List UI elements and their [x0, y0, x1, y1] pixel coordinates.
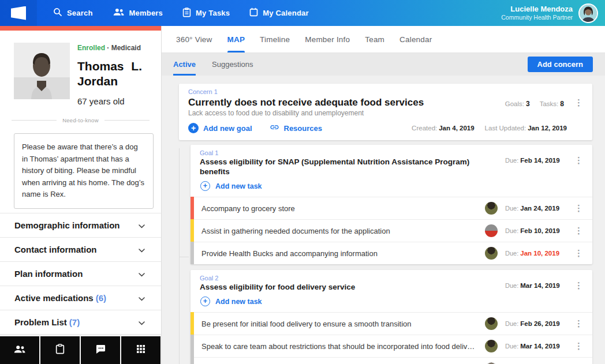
concern-stats: Goals:3 Tasks:8 [505, 100, 564, 108]
concern-menu-icon[interactable]: ⋮ [574, 99, 583, 107]
patient-sidebar: Enrolled · Medicaid Thomas L. Jordan 67 … [0, 26, 162, 364]
resources-button[interactable]: Resources [270, 122, 322, 134]
nav-item-my-tasks[interactable]: My Tasks [182, 7, 230, 19]
task-row[interactable]: Accompany to grocery store Due:Jan 24, 2… [191, 197, 592, 219]
search-icon [53, 7, 62, 18]
goal-title: Assess eligibility for food delivery ser… [200, 282, 505, 292]
task-status-strip [191, 335, 194, 357]
patient-header: Enrolled · Medicaid Thomas L. Jordan 67 … [14, 43, 148, 106]
plus-circle-outline-icon: + [200, 297, 210, 306]
tab-calendar[interactable]: Calendar [399, 26, 432, 52]
members-icon [113, 8, 125, 18]
goal-menu-icon[interactable]: ⋮ [574, 282, 583, 290]
toolbar-members-button[interactable] [0, 336, 39, 364]
medications-count: (6) [96, 293, 106, 303]
task-due-date: Due:Feb 26, 2019 [505, 320, 564, 327]
add-new-task-button[interactable]: + Add new task [200, 181, 583, 191]
goal-menu-icon[interactable]: ⋮ [574, 156, 583, 164]
main-panel: 360° View MAP Timeline Member Info Team … [162, 26, 605, 364]
tab-team[interactable]: Team [365, 26, 384, 52]
chevron-down-icon [139, 220, 145, 231]
task-status-strip [191, 312, 194, 335]
patient-photo [14, 43, 70, 99]
concern-dates: Created:Jan 4, 2019 Last Updated:Jan 12,… [412, 125, 567, 132]
sidebar-item-active-medications[interactable]: Active medications(6) [0, 286, 161, 310]
tasks-count: Tasks:8 [540, 100, 564, 108]
goal-label: Goal 1 [200, 149, 583, 157]
user-menu[interactable]: Lucielle Mendoza Community Health Partne… [501, 3, 598, 23]
need-to-know-divider: Need-to-know [12, 117, 150, 123]
assignee-avatar [485, 340, 498, 352]
chevron-down-icon [139, 293, 145, 303]
task-due-date: Due:Jan 24, 2019 [505, 205, 564, 212]
user-avatar [578, 3, 598, 23]
tasks-icon [182, 7, 191, 19]
chevron-down-icon [139, 269, 145, 279]
app-logo[interactable] [0, 0, 37, 26]
task-menu-icon[interactable]: ⋮ [574, 249, 583, 257]
need-to-know-label: Need-to-know [57, 117, 104, 123]
plan-name: Medicaid [111, 44, 141, 52]
nav-item-search[interactable]: Search [53, 7, 93, 18]
toolbar-apps-button[interactable] [121, 336, 160, 364]
created-date: Created:Jan 4, 2019 [412, 125, 475, 132]
task-status-strip [191, 242, 194, 264]
sidebar-item-contact-information[interactable]: Contact information [0, 238, 161, 262]
task-menu-icon[interactable]: ⋮ [574, 320, 583, 328]
tab-360-view[interactable]: 360° View [176, 26, 212, 52]
nav-item-label: Search [67, 9, 93, 17]
task-row[interactable]: Speak to care team about restrictions th… [191, 335, 592, 357]
people-icon [13, 345, 26, 356]
task-due-date: Due:Feb 10, 2019 [505, 227, 564, 234]
add-concern-button[interactable]: Add concern [528, 57, 593, 72]
patient-age: 67 years old [77, 96, 142, 106]
sidebar-item-plan-information[interactable]: Plan information [0, 262, 161, 286]
goal-connector-line [179, 148, 180, 364]
sidebar-toolbar [0, 335, 160, 364]
add-new-goal-button[interactable]: + Add new goal [188, 123, 252, 133]
chat-icon [95, 344, 106, 357]
need-to-know-note: Please be aware that there’s a dog in Th… [14, 133, 154, 209]
plus-circle-outline-icon: + [200, 181, 210, 191]
task-menu-icon[interactable]: ⋮ [574, 342, 583, 350]
problem-list-count: (7) [69, 317, 80, 327]
goal-card-2: Goal 2 Assess eligibility for food deliv… [191, 270, 592, 364]
goal-label: Goal 2 [200, 275, 583, 282]
nav-item-members[interactable]: Members [113, 8, 163, 18]
tab-map[interactable]: MAP [227, 26, 245, 52]
task-menu-icon[interactable]: ⋮ [574, 204, 583, 212]
last-updated-date: Last Updated:Jan 12, 2019 [485, 125, 567, 132]
patient-meta: Enrolled · Medicaid Thomas L. Jordan 67 … [77, 43, 142, 106]
subtab-suggestions[interactable]: Suggestions [212, 53, 253, 76]
task-due-date-overdue: Due:Jan 10, 2019 [505, 250, 564, 257]
task-menu-icon[interactable]: ⋮ [574, 227, 583, 235]
task-row[interactable]: Refer member to food delivery service Du… [191, 357, 592, 364]
task-row[interactable]: Be present for initial food delivery to … [191, 312, 592, 335]
nav-item-label: Members [129, 9, 163, 17]
task-status-strip [191, 219, 194, 242]
sidebar-item-problem-list[interactable]: Problem List(7) [0, 310, 161, 335]
sidebar-item-demographic-information[interactable]: Demographic information [0, 213, 161, 238]
nav-item-label: My Calendar [263, 9, 309, 17]
status-separator: · [105, 44, 111, 52]
task-row[interactable]: Provide Health Bucks and accompanying in… [191, 242, 592, 264]
subtab-active[interactable]: Active [173, 53, 196, 76]
tab-timeline[interactable]: Timeline [260, 26, 290, 52]
enrollment-status: Enrolled · Medicaid [77, 44, 142, 52]
tab-member-info[interactable]: Member Info [305, 26, 350, 52]
link-icon [270, 122, 279, 134]
add-new-task-button[interactable]: + Add new task [200, 297, 583, 306]
task-title: Provide Health Bucks and accompanying in… [201, 249, 485, 258]
assignee-avatar [485, 202, 498, 215]
toolbar-messages-button[interactable] [81, 336, 120, 364]
user-info: Lucielle Mendoza Community Health Partne… [501, 5, 573, 21]
patient-name: Thomas L. Jordan [77, 59, 142, 89]
task-row[interactable]: Assist in gathering needed documents for… [191, 219, 592, 242]
goals-count: Goals:3 [505, 100, 530, 108]
assignee-avatar [485, 224, 498, 237]
assignee-avatar [485, 247, 498, 260]
nav-item-my-calendar[interactable]: My Calendar [249, 7, 309, 18]
status-enrolled: Enrolled [77, 44, 105, 52]
map-content: Concern 1 Currently does not receive ade… [162, 84, 605, 364]
toolbar-tasks-button[interactable] [40, 336, 80, 364]
